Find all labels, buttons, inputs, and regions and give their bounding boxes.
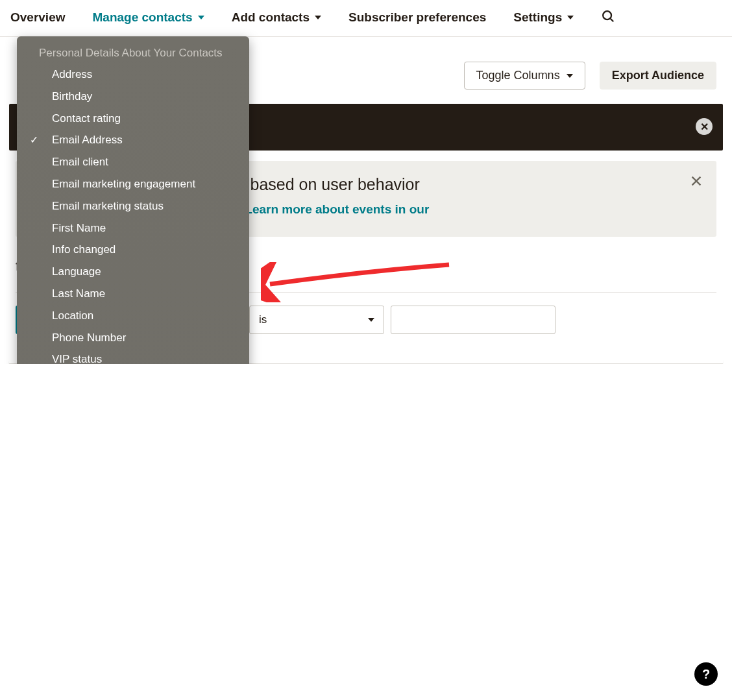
nav-manage-label: Manage contacts: [93, 10, 193, 25]
operator-value: is: [259, 313, 267, 326]
dropdown-item[interactable]: Email client: [17, 151, 249, 173]
dropdown-item[interactable]: Language: [17, 261, 249, 283]
dropdown-item[interactable]: Birthday: [17, 86, 249, 108]
dropdown-item-label: Email marketing status: [52, 200, 164, 212]
toggle-columns-button[interactable]: Toggle Columns: [464, 62, 585, 90]
close-icon[interactable]: [689, 174, 703, 191]
dropdown-item[interactable]: VIP status: [17, 348, 249, 363]
nav-add-contacts[interactable]: Add contacts: [232, 10, 321, 25]
nav-subscriber-prefs[interactable]: Subscriber preferences: [348, 10, 486, 25]
dropdown-item[interactable]: First Name: [17, 217, 249, 239]
export-audience-button[interactable]: Export Audience: [600, 62, 716, 90]
chevron-down-icon: [198, 16, 204, 19]
chevron-down-icon: [567, 74, 573, 78]
export-label: Export Audience: [612, 69, 704, 82]
chevron-down-icon: [567, 16, 574, 19]
condition-operator-select[interactable]: is: [249, 306, 384, 334]
condition-value-input[interactable]: [391, 306, 555, 334]
banner-link[interactable]: Learn more about events in our: [245, 202, 429, 216]
dropdown-item-label: Last Name: [52, 287, 105, 300]
dropdown-section-label: Personal Details About Your Contacts: [17, 42, 249, 64]
dropdown-item-label: Birthday: [52, 90, 92, 103]
nav-prefs-label: Subscriber preferences: [348, 10, 486, 25]
dropdown-item-label: Address: [52, 68, 92, 80]
dropdown-item[interactable]: Email marketing status: [17, 195, 249, 217]
svg-point-0: [603, 11, 611, 19]
dropdown-item[interactable]: Contact rating: [17, 108, 249, 130]
chevron-down-icon: [368, 318, 374, 322]
dropdown-item[interactable]: Location: [17, 305, 249, 327]
top-nav: Overview Manage contacts Add contacts Su…: [0, 0, 732, 37]
search-icon[interactable]: [601, 9, 615, 26]
dropdown-item[interactable]: Email marketing engagement: [17, 173, 249, 195]
nav-overview-label: Overview: [10, 10, 66, 25]
nav-overview[interactable]: Overview: [10, 10, 66, 25]
dropdown-item-label: Contact rating: [52, 112, 121, 125]
dropdown-item[interactable]: Phone Number: [17, 327, 249, 349]
dropdown-item[interactable]: Last Name: [17, 283, 249, 305]
nav-add-label: Add contacts: [232, 10, 310, 25]
dropdown-item-label: Email client: [52, 156, 108, 168]
nav-manage-contacts[interactable]: Manage contacts: [93, 10, 204, 25]
toggle-columns-label: Toggle Columns: [476, 69, 560, 82]
field-dropdown: Personal Details About Your ContactsAddr…: [17, 36, 249, 364]
nav-settings[interactable]: Settings: [513, 10, 574, 25]
dropdown-item[interactable]: Info changed: [17, 239, 249, 261]
dropdown-item-label: First Name: [52, 222, 106, 234]
dropdown-item-label: Info changed: [52, 243, 116, 256]
dropdown-item[interactable]: Address: [17, 64, 249, 86]
dropdown-item-label: Phone Number: [52, 332, 126, 344]
chevron-down-icon: [315, 16, 321, 19]
dropdown-item-label: Language: [52, 265, 101, 278]
nav-settings-label: Settings: [513, 10, 562, 25]
check-icon: ✓: [30, 133, 38, 147]
close-icon[interactable]: ✕: [696, 118, 713, 135]
dropdown-item-label: Location: [52, 309, 93, 322]
svg-line-1: [610, 18, 613, 21]
dropdown-item-label: VIP status: [52, 353, 102, 363]
dropdown-item-label: Email marketing engagement: [52, 178, 195, 190]
dropdown-item-label: Email Address: [52, 134, 123, 146]
dropdown-item[interactable]: ✓Email Address: [17, 129, 249, 151]
